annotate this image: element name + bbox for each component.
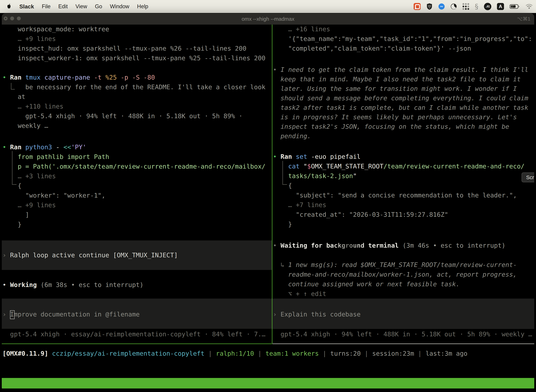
segment: cczip/essay/ai-reimplementation-copyleft <box>52 350 205 357</box>
menu-item-window[interactable]: Window <box>110 3 129 10</box>
active-app-name[interactable]: Slack <box>19 3 34 10</box>
segment: … +16 lines <box>273 25 330 33</box>
terminal-line: at <box>2 92 25 102</box>
segment: set <box>296 153 311 160</box>
segment: • <box>273 153 281 160</box>
menu-item-view[interactable]: View <box>76 3 87 10</box>
segment: (3m 46s • esc to interrupt) <box>399 242 505 249</box>
menu-item-help[interactable]: Help <box>137 3 148 10</box>
terminal-line: "worker": "worker-1", <box>2 191 105 200</box>
terminal-line: › Ralph loop active continue [OMX_TMUX_I… <box>2 250 178 260</box>
segment: › <box>2 252 10 259</box>
badge-61-icon[interactable]: ..61 <box>484 3 491 10</box>
segment: is in progress? It seems likely but perh… <box>273 113 517 121</box>
dots-grid-icon[interactable] <box>463 3 469 10</box>
terminal-line: '{"team_name":"my-team","task_id":"1","f… <box>273 34 532 44</box>
terminal-line: … +16 lines <box>273 24 330 34</box>
terminal-line: "created_at": "2026-03-31T11:59:27.816Z" <box>273 210 448 219</box>
terminal-line: continue assigned work or next feasible … <box>273 279 460 289</box>
segment: weekly … <box>2 122 48 129</box>
segment: later. Using the same for transition mig… <box>273 85 517 92</box>
tmux-session-label[interactable]: [omx-cczip0:bash* <box>4 388 69 391</box>
segment: Waiting for background terminal <box>281 242 399 249</box>
segment: gpt-5.4 xhigh · essay/ai-reimplementatio… <box>2 331 266 338</box>
segment: " <box>303 163 307 170</box>
terminal-line: { <box>2 181 21 191</box>
segment: -S <box>132 74 144 81</box>
apple-menu-icon[interactable] <box>6 4 12 9</box>
squiggle-icon[interactable]: § <box>475 2 478 10</box>
segment: … +9 lines <box>2 35 56 42</box>
segment: -t <box>94 74 105 81</box>
segment: … +7 lines <box>273 201 326 209</box>
segment: tasks/task-2.json <box>273 172 353 179</box>
segment: "worker": "worker-1", <box>2 192 105 199</box>
wifi-icon[interactable] <box>526 4 533 9</box>
segment: Ran <box>281 153 296 160</box>
segment: - <box>56 144 63 151</box>
segment: … +9 lines <box>2 201 56 209</box>
terminal-line: ⌥ + ↑ edit <box>273 289 326 299</box>
segment: … +110 lines <box>2 103 63 110</box>
battery-icon[interactable] <box>510 4 520 9</box>
terminal-line: } <box>2 219 21 229</box>
window-title-bar: omx --xhigh --madmax ⌥⌘1 <box>2 13 534 25</box>
segment: workspace_mode: worktree <box>2 25 109 33</box>
terminal-line: should send a message before completing … <box>273 93 528 103</box>
terminal-line: • Ran set -euo pipefail <box>273 152 361 161</box>
segment: I need to get the claim token from the c… <box>281 66 528 73</box>
segment: } <box>273 221 292 228</box>
menu-item-go[interactable]: Go <box>95 3 102 10</box>
menu-item-file[interactable]: File <box>42 3 51 10</box>
terminal-line: ] <box>2 210 29 219</box>
segment: … +3 lines <box>2 173 56 180</box>
terminal-line: } <box>273 219 292 229</box>
segment: at <box>2 93 25 100</box>
segment: " <box>353 172 357 179</box>
messenger-icon[interactable] <box>438 3 445 10</box>
segment: session:23m <box>372 350 414 357</box>
segment: -80 <box>144 74 155 81</box>
screen-share-overlay-button[interactable]: Scre <box>522 173 534 182</box>
shield-grid-icon[interactable] <box>426 3 433 10</box>
segment: { <box>2 182 21 189</box>
segment: -p <box>121 74 132 81</box>
segment: { <box>273 182 292 189</box>
segment: 1 new msg(s): read $OMX_TEAM_STATE_ROOT/… <box>288 261 517 268</box>
segment: cat <box>273 163 303 170</box>
segment: gpt-5.4 xhigh · 94% left · 488K in · 5.1… <box>273 331 532 338</box>
terminal-line: tasks/task-2.json" <box>273 171 357 181</box>
segment: Explain this codebase <box>281 311 360 318</box>
terminal-line: … +110 lines <box>2 102 63 111</box>
terminal-line: inspect task2's JSON, focusing on the st… <box>273 122 509 131</box>
segment: ⌥ + ↑ edit <box>273 290 326 297</box>
segment: %25 <box>105 74 121 81</box>
terminal-line: "completed","claim_token":"claim-token"}… <box>273 44 471 53</box>
menu-bar: Slack FileEditViewGoWindowHelp § ..61 A <box>0 0 536 13</box>
text-cursor <box>10 310 14 319</box>
segment: | <box>319 350 330 357</box>
segment: • <box>2 281 10 288</box>
pane-divider[interactable] <box>272 25 273 344</box>
segment: • <box>2 74 10 81</box>
terminal-line: • Waiting for background terminal (3m 46… <box>273 241 505 250</box>
window-shortcut-badge: ⌥⌘1 <box>517 13 530 25</box>
segment: from pathlib import Path <box>2 153 109 160</box>
segment: continue assigned work or next feasible … <box>273 280 460 288</box>
terminal-line: later. Using the same for transition mig… <box>273 84 517 93</box>
segment: << <box>63 144 71 151</box>
terminal-line: … +9 lines <box>2 34 56 44</box>
terminal-window: omx --xhigh --madmax ⌥⌘1 workspace_mode:… <box>2 13 534 391</box>
input-source-icon[interactable]: A <box>497 3 504 10</box>
menu-item-edit[interactable]: Edit <box>58 3 68 10</box>
segment: "created_at": "2026-03-31T11:59:27.816Z" <box>273 211 448 218</box>
moon-circle-icon[interactable] <box>450 3 457 10</box>
terminal-line: task2 after task1 is complete, but can I… <box>273 103 528 112</box>
segment: Ralph loop active continue [OMX_TMUX_INJ… <box>10 252 178 259</box>
segment: } <box>2 221 21 228</box>
terminal-line: • I need to get the claim token from the… <box>273 65 528 75</box>
segment: inspect task2's JSON, focusing on the st… <box>273 123 509 130</box>
segment: (6m 38s • esc to interrupt) <box>41 281 144 288</box>
terminal-line: gpt-5.4 xhigh · essay/ai-reimplementatio… <box>2 329 266 339</box>
chat-app-icon[interactable] <box>414 3 421 10</box>
